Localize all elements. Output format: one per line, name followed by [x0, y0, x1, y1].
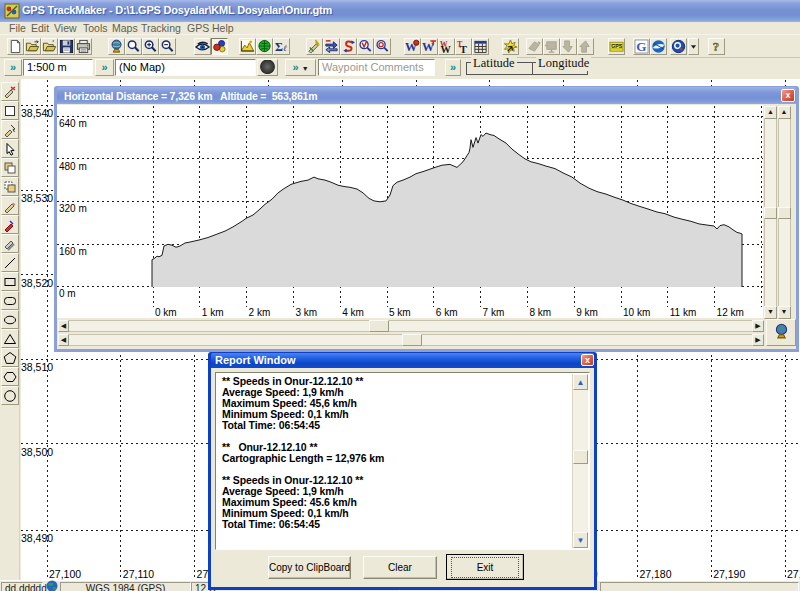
svg-text:2 km: 2 km: [249, 307, 271, 318]
svg-text:10 km: 10 km: [623, 307, 650, 318]
svg-text:W: W: [422, 40, 434, 54]
svg-text:11 km: 11 km: [670, 307, 697, 318]
svg-text:ℓ: ℓ: [283, 43, 287, 53]
svg-text:320 m: 320 m: [59, 203, 87, 214]
svg-text:480 m: 480 m: [59, 161, 87, 172]
svg-text:27,110: 27,110: [123, 568, 154, 580]
svg-text:38,530: 38,530: [21, 192, 53, 204]
svg-text:0 km: 0 km: [155, 307, 177, 318]
svg-text:4 km: 4 km: [342, 307, 364, 318]
svg-text:5 km: 5 km: [389, 307, 411, 318]
svg-text:640 m: 640 m: [59, 118, 87, 129]
svg-text:27,180: 27,180: [639, 568, 671, 580]
svg-text:27,100: 27,100: [49, 568, 81, 580]
svg-text:G: G: [636, 39, 646, 54]
svg-text:7 km: 7 km: [483, 307, 505, 318]
svg-text:?: ?: [713, 39, 720, 54]
svg-text:Σ: Σ: [275, 40, 283, 54]
svg-text:12 km: 12 km: [717, 307, 744, 318]
svg-text:W: W: [440, 44, 451, 54]
svg-text:38,510: 38,510: [21, 361, 53, 373]
svg-text:38,490: 38,490: [21, 532, 53, 544]
svg-text:38,540: 38,540: [21, 107, 53, 119]
svg-text:T: T: [460, 43, 468, 54]
svg-text:27,190: 27,190: [713, 568, 745, 580]
svg-text:38,520: 38,520: [21, 277, 53, 289]
svg-text:38,500: 38,500: [21, 446, 53, 458]
svg-text:27,200: 27,200: [787, 568, 800, 580]
svg-text:8 km: 8 km: [529, 307, 551, 318]
svg-text:GPS: GPS: [611, 43, 622, 49]
svg-text:1 km: 1 km: [202, 307, 224, 318]
svg-text:160 m: 160 m: [59, 246, 87, 257]
svg-text:3 km: 3 km: [295, 307, 317, 318]
svg-text:9 km: 9 km: [576, 307, 598, 318]
svg-text:6 km: 6 km: [436, 307, 458, 318]
svg-text:0 m: 0 m: [59, 288, 76, 299]
